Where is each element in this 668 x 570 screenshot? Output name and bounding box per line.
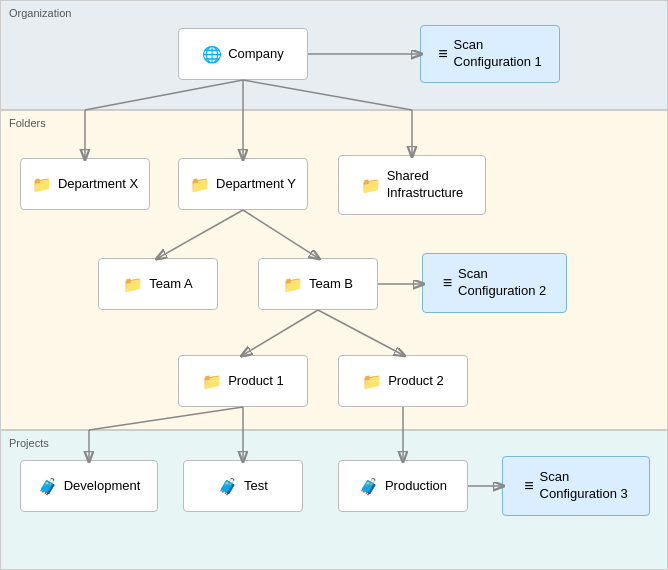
company-icon: 🌐 — [202, 45, 222, 64]
dept-x-node[interactable]: 📁 Department X — [20, 158, 150, 210]
product-1-node[interactable]: 📁 Product 1 — [178, 355, 308, 407]
deptx-icon: 📁 — [32, 175, 52, 194]
org-section: Organization — [0, 0, 668, 110]
scan3-icon: ≡ — [524, 477, 533, 495]
depty-icon: 📁 — [190, 175, 210, 194]
dev-label: Development — [64, 478, 141, 495]
shared-icon: 📁 — [361, 176, 381, 195]
scan1-label: ScanConfiguration 1 — [454, 37, 542, 71]
test-label: Test — [244, 478, 268, 495]
scan1-icon: ≡ — [438, 45, 447, 63]
org-label: Organization — [9, 7, 71, 19]
shared-label: SharedInfrastructure — [387, 168, 464, 202]
dev-icon: 🧳 — [38, 477, 58, 496]
depty-label: Department Y — [216, 176, 296, 193]
scan-config-3-node[interactable]: ≡ ScanConfiguration 3 — [502, 456, 650, 516]
scan-config-2-node[interactable]: ≡ ScanConfiguration 2 — [422, 253, 567, 313]
test-icon: 🧳 — [218, 477, 238, 496]
dept-y-node[interactable]: 📁 Department Y — [178, 158, 308, 210]
scan2-label: ScanConfiguration 2 — [458, 266, 546, 300]
projects-label: Projects — [9, 437, 49, 449]
production-node[interactable]: 🧳 Production — [338, 460, 468, 512]
development-node[interactable]: 🧳 Development — [20, 460, 158, 512]
company-node[interactable]: 🌐 Company — [178, 28, 308, 80]
teama-icon: 📁 — [123, 275, 143, 294]
prod1-icon: 📁 — [202, 372, 222, 391]
prod1-label: Product 1 — [228, 373, 284, 390]
shared-infra-node[interactable]: 📁 SharedInfrastructure — [338, 155, 486, 215]
prod2-icon: 📁 — [362, 372, 382, 391]
company-label: Company — [228, 46, 284, 63]
prod2-label: Product 2 — [388, 373, 444, 390]
test-node[interactable]: 🧳 Test — [183, 460, 303, 512]
scan3-label: ScanConfiguration 3 — [540, 469, 628, 503]
scan2-icon: ≡ — [443, 274, 452, 292]
teama-label: Team A — [149, 276, 192, 293]
scan-config-1-node[interactable]: ≡ ScanConfiguration 1 — [420, 25, 560, 83]
production-label: Production — [385, 478, 447, 495]
team-a-node[interactable]: 📁 Team A — [98, 258, 218, 310]
folders-label: Folders — [9, 117, 46, 129]
product-2-node[interactable]: 📁 Product 2 — [338, 355, 468, 407]
teamb-label: Team B — [309, 276, 353, 293]
team-b-node[interactable]: 📁 Team B — [258, 258, 378, 310]
deptx-label: Department X — [58, 176, 138, 193]
production-icon: 🧳 — [359, 477, 379, 496]
teamb-icon: 📁 — [283, 275, 303, 294]
